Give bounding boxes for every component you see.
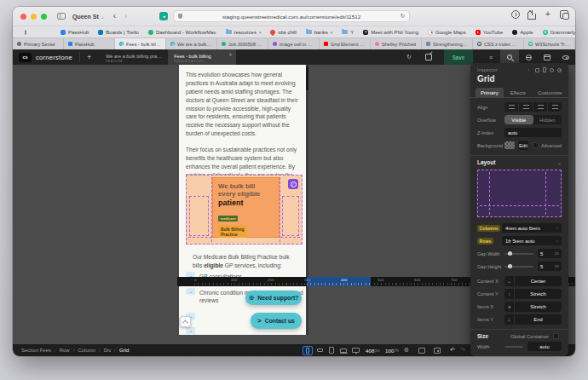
align-option-2[interactable] — [519, 102, 533, 112]
canvas-settings-gear-icon[interactable]: ⚙ — [401, 344, 412, 356]
bookmark-grammarly[interactable]: GGrammarly — [543, 30, 575, 35]
tab-fees-bulk-billing[interactable]: QFees - bulk billing… — [115, 38, 166, 49]
tab-job-workflowmax[interactable]: Job J000508 - W… — [217, 38, 268, 49]
viewport-width-value[interactable]: 408px — [366, 344, 380, 356]
back-button[interactable]: ‹ — [113, 12, 116, 20]
refresh-icon[interactable]: ↻ — [400, 54, 418, 60]
background-edit-button[interactable]: Edit — [518, 141, 528, 150]
gap-width-slider[interactable] — [504, 253, 533, 255]
minimize-window-button[interactable] — [31, 14, 37, 20]
reload-icon[interactable]: ↻ — [401, 13, 406, 20]
guides-icon[interactable] — [431, 344, 443, 356]
tab-we-are-bulk-billing[interactable]: QWe are a bulk billi… — [166, 38, 217, 49]
close-window-button[interactable] — [20, 14, 26, 20]
rows-input[interactable]: 1fr 5rem auto○ — [502, 236, 562, 245]
device-phone-landscape-button[interactable] — [314, 346, 325, 355]
breadcrumb-column[interactable]: Column — [78, 348, 95, 353]
tab-strengthening[interactable]: Strengthening Me… — [422, 38, 473, 49]
zindex-input[interactable]: auto — [504, 128, 562, 137]
bookmark-workflowmax[interactable]: Dashboard - WorkflowMax — [148, 30, 216, 35]
grid-cell-selected[interactable]: We bulk bill every eligible patient medi… — [212, 177, 280, 238]
width-input[interactable]: auto — [527, 342, 562, 351]
extension-icon[interactable]: ● — [159, 12, 168, 20]
tab-customize[interactable]: Customize — [533, 88, 567, 97]
device-phone-button[interactable] — [303, 346, 313, 355]
slider-thumb[interactable] — [508, 251, 512, 256]
overflow-hidden-option[interactable]: Hidden — [533, 115, 562, 124]
share-icon[interactable] — [527, 14, 536, 20]
advanced-checkbox[interactable] — [533, 142, 539, 148]
reset-icon[interactable]: ○ — [556, 226, 558, 230]
contact-us-button[interactable]: > Contact us — [251, 313, 302, 329]
zoom-window-button[interactable] — [41, 14, 47, 20]
tab-passhub[interactable]: PassHub — [64, 38, 115, 49]
tab-group-chevron-icon[interactable]: ⌄ — [101, 14, 105, 20]
background-swatch[interactable] — [504, 141, 515, 149]
trash-icon[interactable] — [543, 68, 546, 72]
bookmark-apple[interactable]: Apple — [512, 30, 533, 35]
need-support-button[interactable]: ⊕ Need support? — [245, 291, 302, 305]
gear-icon[interactable] — [557, 68, 562, 72]
content-x-select[interactable]: ↔Center — [504, 276, 562, 286]
bookmark-youtube[interactable]: YouTube — [476, 30, 504, 35]
scrollbar-thumb[interactable] — [306, 66, 308, 90]
history-icon[interactable] — [550, 68, 554, 72]
gap-height-input[interactable]: 5px — [538, 262, 562, 271]
tab-overview-icon[interactable] — [560, 10, 568, 19]
grid-layout-preview[interactable] — [477, 170, 562, 217]
items-x-select[interactable]: ≡Stretch — [504, 302, 562, 312]
scroll-top-button[interactable] — [180, 316, 191, 327]
favorites-grid-icon[interactable] — [25, 30, 26, 35]
cornerstone-logo-icon[interactable]: cs — [19, 53, 32, 62]
layout-section-header[interactable]: Layout ⌄ — [470, 155, 568, 167]
tab-image-cell-grid[interactable]: Image cell in Grid… — [268, 38, 320, 49]
sidebar-toggle-icon[interactable] — [57, 13, 66, 20]
forward-button[interactable]: › — [124, 12, 127, 20]
overflow-visible-option[interactable]: Visible — [504, 115, 533, 124]
tab-w3schools-tryit[interactable]: WW3Schools Tryit E… — [524, 38, 575, 49]
tab-css-zindex[interactable]: WCSS z-index prope… — [473, 38, 524, 49]
breadcrumb-row[interactable]: Row — [60, 348, 70, 353]
align-option-4[interactable] — [548, 102, 562, 112]
breadcrumb-section[interactable]: Section Fees — [21, 348, 51, 353]
move-up-icon[interactable] — [527, 68, 532, 72]
downloads-icon[interactable] — [511, 10, 520, 19]
bookmark-phil-young[interactable]: YMeet with Phil Young — [363, 30, 418, 35]
align-option-1[interactable] — [504, 102, 519, 112]
redo-icon[interactable]: ↷ — [457, 344, 469, 356]
address-bar[interactable]: staging.queenstreetmedical.com.au/corner… — [173, 10, 410, 22]
close-doc-icon[interactable]: × — [229, 52, 233, 57]
duplicate-icon[interactable] — [535, 68, 539, 72]
bookmark-trello[interactable]: Boards | Trello — [98, 30, 139, 35]
grid-cell-right[interactable] — [282, 196, 299, 236]
grid-cell-left[interactable] — [189, 196, 209, 236]
align-option-3[interactable] — [533, 102, 548, 112]
gap-width-input[interactable]: 5px — [538, 249, 562, 258]
slider-thumb[interactable] — [508, 264, 512, 268]
doc-tab-fees[interactable]: Fees - bulk billing SINGLE LAYOUT × — [168, 49, 236, 65]
columns-input[interactable]: 4rem auto 6rem○ — [502, 223, 562, 233]
device-laptop-button[interactable] — [338, 346, 349, 355]
size-section-header[interactable]: Size Global Container — [470, 329, 568, 341]
frame-icon[interactable] — [416, 344, 428, 356]
bookmark-sbs-chill[interactable]: sbs chill — [270, 30, 296, 35]
new-document-button[interactable]: + — [87, 53, 91, 61]
tab-shelley-pritchett[interactable]: Shelley Pritchett — [371, 38, 422, 49]
tab-primary[interactable]: Primary — [476, 88, 504, 97]
save-button[interactable]: Save — [444, 49, 473, 65]
bookmark-google-maps[interactable]: Google Maps — [428, 30, 466, 35]
bookmark-folder-y[interactable]: Y — [342, 30, 354, 35]
tab-effects[interactable]: Effects — [505, 88, 531, 97]
hero-grid-element[interactable]: We bulk bill every eligible patient medi… — [186, 175, 303, 245]
bookmark-folder-banks[interactable]: banks▾ — [306, 30, 333, 35]
element-action-button[interactable]: ✓ — [288, 179, 298, 189]
page-scrollbar[interactable] — [306, 65, 308, 335]
global-container-checkbox[interactable] — [553, 333, 559, 339]
tab-primary-sense[interactable]: Primary Sense — [13, 38, 64, 49]
bookmark-passhub[interactable]: PassHub — [61, 30, 89, 35]
outline-icon[interactable]: ≡ — [481, 55, 500, 60]
breadcrumb-div[interactable]: Div — [104, 348, 112, 353]
open-preview-icon[interactable] — [425, 54, 432, 60]
reset-icon[interactable]: ○ — [556, 239, 558, 243]
bookmark-folder-resources[interactable]: resources▾ — [226, 30, 262, 35]
